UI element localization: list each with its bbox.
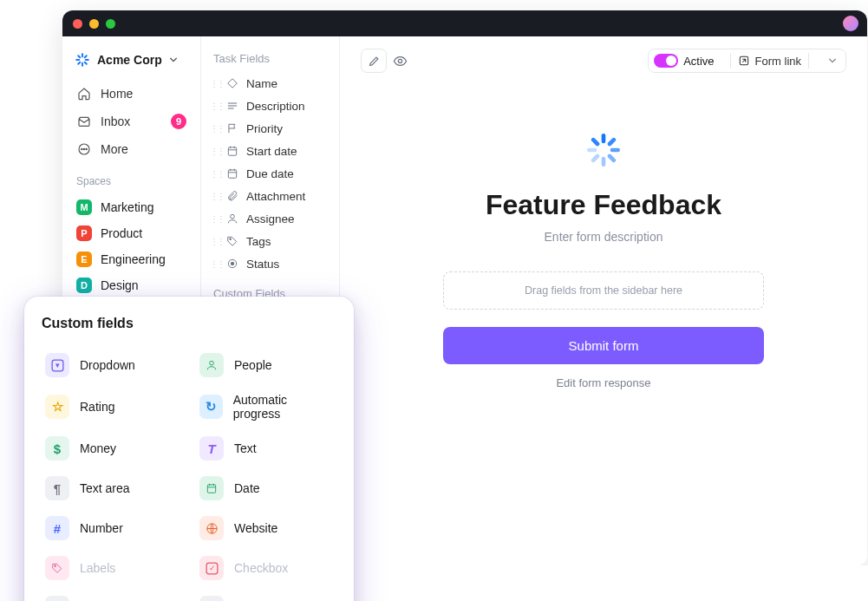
field-type-label: Money [80, 441, 116, 455]
form-description-placeholder[interactable]: Enter form description [545, 230, 663, 244]
circle-dot-icon [225, 257, 239, 271]
edit-response-link[interactable]: Edit form response [556, 376, 650, 389]
task-field-item[interactable]: ⋮⋮Name [206, 72, 334, 95]
space-badge: M [76, 199, 92, 215]
custom-fields-popover: Custom fields ▾DropdownPeople☆Rating↻Aut… [24, 297, 354, 565]
field-type-label: Automatic progress [233, 393, 333, 421]
field-label: Description [246, 100, 305, 113]
task-field-item[interactable]: ⋮⋮Due date [206, 162, 334, 185]
active-toggle[interactable] [654, 54, 678, 68]
custom-field-type[interactable]: ¶Text area [42, 470, 182, 506]
titlebar [62, 10, 867, 36]
space-item[interactable]: PProduct [71, 220, 192, 246]
nav-inbox[interactable]: Inbox 9 [71, 108, 192, 135]
active-label: Active [683, 55, 714, 68]
svg-point-23 [231, 214, 235, 219]
link-icon [738, 55, 750, 67]
maximize-window-button[interactable] [106, 19, 115, 29]
form-logo [582, 128, 625, 172]
workspace-name: Acme Corp [97, 53, 162, 67]
task-field-item[interactable]: ⋮⋮Attachment [206, 185, 334, 207]
custom-field-type[interactable]: Date [196, 470, 336, 506]
drag-handle-icon: ⋮⋮ [210, 214, 219, 224]
custom-field-type[interactable]: People [196, 347, 336, 383]
workspace-logo-icon [75, 52, 90, 68]
close-window-button[interactable] [73, 19, 82, 29]
field-type-label: Dropdown [80, 358, 135, 372]
field-type-icon: $ [45, 436, 69, 461]
space-item[interactable]: MMarketing [71, 194, 192, 220]
svg-line-7 [85, 56, 87, 57]
svg-line-35 [593, 156, 597, 160]
space-badge: P [76, 225, 92, 241]
drag-handle-icon: ⋮⋮ [210, 147, 219, 156]
nav-more-label: More [101, 142, 128, 156]
task-field-item[interactable]: ⋮⋮Assignee [206, 207, 334, 230]
form-options-dropdown[interactable] [825, 56, 840, 65]
task-field-item[interactable]: ⋮⋮Status [206, 252, 334, 275]
custom-field-type[interactable]: Website [196, 510, 336, 546]
task-field-item[interactable]: ⋮⋮Start date [206, 140, 334, 162]
custom-field-type[interactable]: ▾Dropdown [42, 347, 182, 383]
space-item[interactable]: DDesign [71, 272, 192, 298]
field-type-label: Labels [80, 561, 115, 565]
drag-handle-icon: ⋮⋮ [210, 169, 219, 179]
space-item[interactable]: EEngineering [71, 246, 192, 272]
nav-home[interactable]: Home [71, 80, 192, 108]
field-label: Name [246, 77, 277, 90]
svg-line-37 [593, 140, 597, 144]
minimize-window-button[interactable] [89, 19, 99, 29]
space-label: Product [101, 226, 142, 240]
custom-field-type[interactable]: ☆Rating [42, 387, 182, 427]
nav-more[interactable]: More [71, 135, 192, 163]
user-avatar[interactable] [843, 16, 858, 31]
custom-field-type[interactable]: TText [196, 430, 336, 467]
custom-field-type[interactable]: #Number [42, 510, 182, 546]
custom-field-type[interactable]: $Money [42, 430, 182, 467]
custom-fields-grid: ▾DropdownPeople☆Rating↻Automatic progres… [42, 347, 336, 565]
person-icon [225, 212, 239, 225]
svg-rect-19 [228, 170, 236, 178]
task-field-item[interactable]: ⋮⋮Priority [206, 117, 334, 140]
field-type-icon: ↻ [199, 395, 223, 419]
field-type-icon [199, 516, 224, 540]
lines-icon [225, 99, 239, 113]
field-label: Due date [246, 167, 294, 180]
window-controls [73, 19, 115, 29]
task-fields-list: ⋮⋮Name⋮⋮Description⋮⋮Priority⋮⋮Start dat… [206, 72, 334, 275]
field-type-icon: ▾ [45, 353, 69, 377]
field-type-icon: ☆ [45, 395, 69, 419]
space-badge: E [76, 252, 92, 267]
task-field-item[interactable]: ⋮⋮Tags [206, 230, 334, 252]
form-title[interactable]: Feature Feedback [486, 189, 721, 221]
spaces-section-label: Spaces [71, 163, 192, 194]
svg-text:▾: ▾ [55, 361, 60, 369]
svg-point-28 [398, 59, 401, 62]
nav-inbox-label: Inbox [101, 114, 130, 128]
workspace-selector[interactable]: Acme Corp [71, 49, 192, 80]
home-icon [76, 86, 92, 101]
task-field-item[interactable]: ⋮⋮Description [206, 95, 334, 117]
custom-field-type: Labels [42, 550, 182, 565]
divider [808, 53, 809, 69]
submit-button[interactable]: Submit form [443, 327, 764, 364]
drag-handle-icon: ⋮⋮ [210, 192, 219, 201]
drag-handle-icon: ⋮⋮ [210, 101, 219, 111]
form-link-label: Form link [755, 55, 801, 68]
preview-button[interactable] [387, 49, 413, 73]
clip-icon [225, 189, 239, 203]
svg-line-5 [85, 62, 87, 64]
tag-icon [225, 234, 239, 248]
field-type-label: Number [80, 521, 123, 535]
flag-icon [225, 121, 239, 135]
field-type-icon [199, 476, 224, 500]
field-drop-zone[interactable]: Drag fields from the sidebar here [443, 271, 764, 310]
form-link-button[interactable]: Form link [738, 55, 801, 68]
popover-title: Custom fields [42, 316, 336, 331]
edit-mode-button[interactable] [361, 49, 387, 73]
inbox-badge: 9 [171, 114, 186, 129]
form-canvas: Active Form link Feature Feedback Enter … [340, 36, 867, 565]
field-type-icon [45, 556, 69, 565]
custom-field-type[interactable]: ↻Automatic progress [196, 387, 336, 427]
field-type-icon: T [199, 436, 224, 461]
